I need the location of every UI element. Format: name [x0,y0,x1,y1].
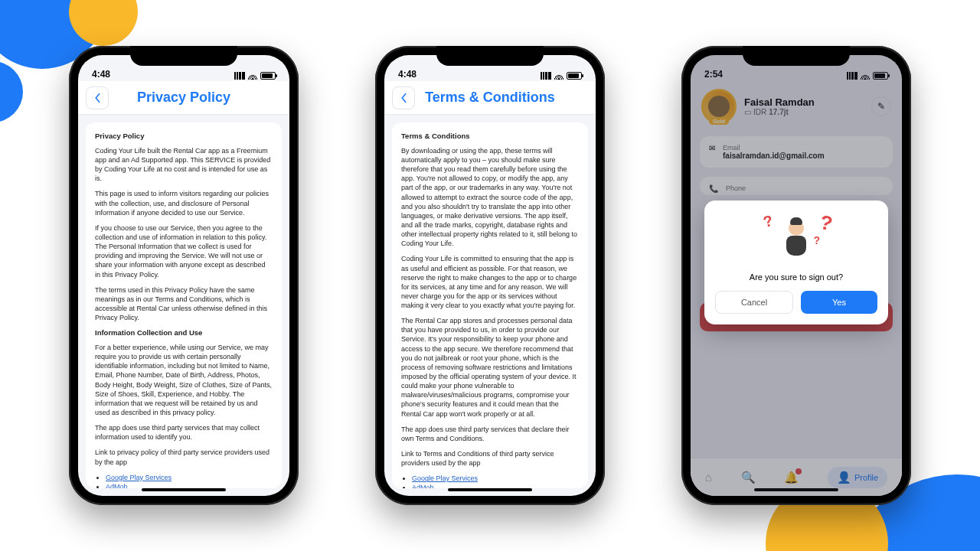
wifi-icon [554,72,564,80]
body-text: Coding Your Life is committed to ensurin… [401,254,579,310]
app-bar: Terms & Conditions [384,81,596,115]
wifi-icon [248,72,257,80]
section-heading: Terms & Conditions [401,132,579,142]
chevron-left-icon [93,93,101,103]
yes-button[interactable]: Yes [801,291,877,314]
phone-profile: 2:54 Gold Faisal Ramdan ▭ IDR 17.7jt ✎ [681,46,911,505]
body-text: The Rental Car app stores and processes … [401,316,579,419]
status-time: 4:48 [398,69,416,80]
battery-icon [567,72,582,80]
phone-notch [436,46,544,66]
link-list: Google Play Services AdMob Google Analyt… [95,473,273,488]
page-title: Privacy Policy [137,90,230,106]
signout-modal: ? ? ? Are you sure to sign out? Cancel Y… [704,201,888,324]
body-text: This page is used to inform visitors reg… [95,189,273,217]
body-text: Link to Terms and Conditions of third pa… [401,449,579,468]
back-button[interactable] [392,86,415,109]
policy-link[interactable]: Google Play Services [106,474,172,481]
policy-link[interactable]: AdMob [106,483,128,488]
content-card[interactable]: Privacy Policy Coding Your Life built th… [86,122,282,488]
body-text: The app does use third party services th… [401,425,579,443]
policy-link[interactable]: AdMob [412,484,434,488]
signal-icon [234,72,245,80]
content-card[interactable]: Terms & Conditions By downloading or usi… [392,122,588,488]
body-text: If you choose to use our Service, then y… [95,223,273,279]
phone-notch [130,46,237,66]
phone-privacy: 4:48 Privacy Policy Privacy Policy Codin… [69,46,299,505]
body-text: Coding Your Life built the Rental Car ap… [95,146,273,184]
page-title: Terms & Conditions [425,90,555,106]
modal-message: Are you sure to sign out? [715,272,877,282]
battery-icon [260,72,276,80]
phone-terms: 4:48 Terms & Conditions Terms & Conditio… [375,46,605,505]
confused-person-illustration: ? ? ? [762,213,831,266]
status-time: 4:48 [92,69,110,80]
link-list: Google Play Services AdMob Google Analyt… [401,474,579,488]
phone-notch [743,46,850,66]
body-text: For a better experience, while using our… [95,343,273,417]
body-text: The app does use third party services th… [95,423,273,442]
body-text: The terms used in this Privacy Policy ha… [95,285,273,323]
home-indicator[interactable] [142,488,226,491]
policy-link[interactable]: Google Play Services [412,474,478,482]
body-text: Link to privacy policy of third party se… [95,448,273,466]
section-heading: Privacy Policy [95,132,273,142]
app-bar: Privacy Policy [78,81,289,115]
chevron-left-icon [400,93,407,103]
signal-icon [541,72,551,80]
cancel-button[interactable]: Cancel [715,291,793,314]
body-text: By downloading or using the app, these t… [401,146,579,249]
back-button[interactable] [86,86,109,109]
section-heading: Information Collection and Use [95,328,273,338]
home-indicator[interactable] [448,488,532,491]
